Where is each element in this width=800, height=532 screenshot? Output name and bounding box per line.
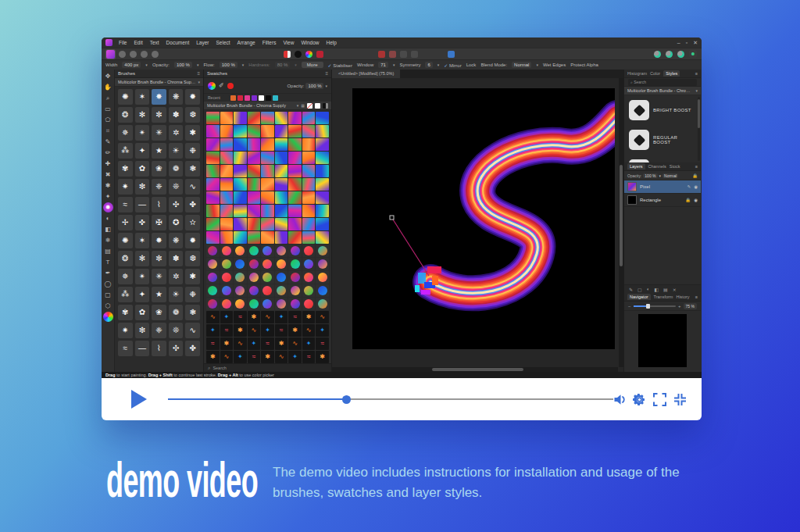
texture-swatch[interactable] (302, 125, 316, 137)
scribble-swatch[interactable]: ∿ (234, 337, 247, 350)
tool-icon[interactable]: ✥ (103, 71, 113, 81)
brush-thumbnail[interactable]: ✿ (135, 305, 150, 320)
context-value[interactable]: 100 % (174, 62, 192, 68)
navigator-tab-transform[interactable]: Transform (654, 295, 673, 299)
texture-swatch[interactable] (206, 205, 220, 217)
gradient-swatch[interactable] (275, 284, 288, 297)
texture-swatch[interactable] (234, 178, 247, 191)
menu-view[interactable]: View (283, 40, 294, 45)
texture-swatch[interactable] (206, 231, 220, 244)
recent-swatch[interactable] (266, 95, 271, 101)
texture-swatch[interactable] (261, 205, 274, 217)
navigator-tab-navigator[interactable]: Navigator (627, 294, 651, 300)
gradient-swatch[interactable] (316, 271, 329, 284)
gradient-swatch[interactable] (275, 271, 288, 284)
scribble-swatch[interactable]: ✱ (248, 311, 261, 323)
brushes-tab[interactable]: Brushes (118, 71, 135, 76)
brush-thumbnail[interactable]: ✣ (169, 341, 184, 356)
brush-thumbnail[interactable]: ✲ (169, 269, 184, 284)
texture-swatch[interactable] (316, 231, 329, 244)
brush-thumbnail[interactable]: ✤ (185, 341, 200, 356)
texture-swatch[interactable] (220, 205, 234, 217)
grid-view-icon[interactable]: ▦ (301, 103, 305, 108)
brush-thumbnail[interactable]: ❀ (152, 161, 166, 177)
brush-thumbnail[interactable]: ❇ (135, 179, 150, 195)
brush-thumbnail[interactable]: ✳ (152, 125, 166, 141)
brush-thumbnail[interactable]: ∿ (185, 323, 200, 338)
scribble-swatch[interactable]: ✱ (316, 351, 329, 363)
brush-thumbnail[interactable]: — (135, 341, 150, 356)
brush-thumbnail[interactable]: ❂ (118, 251, 133, 266)
play-button[interactable] (131, 390, 147, 409)
tool-icon[interactable]: ✏ (103, 148, 113, 158)
tool-icon[interactable]: ✱ (103, 180, 113, 191)
tool-icon[interactable]: ❄ (103, 235, 113, 245)
auto-contrast-icon[interactable] (666, 51, 673, 58)
texture-swatch[interactable] (261, 191, 274, 204)
gradient-swatch[interactable] (234, 258, 247, 270)
texture-swatch[interactable] (248, 231, 261, 244)
texture-swatch[interactable] (234, 205, 247, 217)
texture-swatch[interactable] (220, 138, 234, 151)
menu-arrange[interactable]: Arrange (238, 40, 255, 45)
brush-thumbnail[interactable]: ✫ (185, 215, 200, 230)
style-item[interactable]: REGULAR BOOST (624, 125, 701, 155)
scribble-swatch[interactable]: ≈ (302, 351, 316, 363)
scribble-swatch[interactable]: ✦ (234, 351, 247, 363)
brush-thumbnail[interactable]: ✣ (169, 197, 184, 212)
scribble-swatch[interactable]: ✱ (302, 311, 316, 323)
gradient-swatch[interactable] (288, 284, 302, 297)
gradient-swatch[interactable] (206, 258, 220, 270)
brush-thumbnail[interactable]: ✸ (152, 233, 166, 248)
texture-swatch[interactable] (261, 231, 274, 244)
texture-swatch[interactable] (206, 218, 220, 230)
context-value[interactable]: 80 % (275, 62, 291, 68)
texture-swatch[interactable] (234, 218, 247, 230)
auto-levels-icon[interactable] (654, 51, 661, 58)
context-value[interactable]: 6 (425, 62, 432, 68)
swatch-category-dropdown[interactable]: Multicolor Brush Bundle - Chroma Supply … (204, 102, 331, 110)
delete-icon[interactable]: ⨯ (673, 287, 677, 292)
exit-fullscreen-icon[interactable] (673, 393, 687, 406)
brush-thumbnail[interactable]: ☀ (169, 143, 184, 159)
brush-thumbnail[interactable]: ☀ (169, 287, 184, 302)
brush-thumbnail[interactable]: ✠ (152, 215, 166, 230)
texture-swatch[interactable] (275, 138, 288, 151)
brush-thumbnail[interactable]: ❊ (169, 179, 184, 195)
texture-swatch[interactable] (288, 191, 302, 204)
gradient-swatch[interactable] (261, 271, 274, 284)
texture-swatch[interactable] (220, 178, 234, 191)
gradient-swatch[interactable] (261, 284, 274, 297)
gradient-swatch[interactable] (288, 271, 302, 284)
photo-persona-icon[interactable] (106, 50, 115, 59)
brush-thumbnail[interactable]: ❊ (169, 323, 184, 338)
brush-thumbnail[interactable]: ≈ (118, 197, 133, 212)
brush-thumbnail[interactable]: ✹ (185, 89, 200, 105)
brush-thumbnail[interactable]: ✹ (185, 233, 200, 248)
menu-filters[interactable]: Filters (262, 40, 277, 45)
brush-thumbnail[interactable]: ⁂ (118, 287, 133, 302)
scribble-swatch[interactable]: ✦ (275, 311, 288, 323)
cut-icon[interactable] (378, 51, 385, 58)
scribble-swatch[interactable]: ∿ (302, 324, 316, 337)
texture-swatch[interactable] (302, 112, 316, 124)
brush-thumbnail[interactable]: ❂ (118, 107, 133, 123)
texture-swatch[interactable] (234, 112, 247, 124)
opacity-value[interactable]: 100 % (305, 83, 323, 89)
scribble-swatch[interactable]: ∿ (206, 311, 220, 323)
scribble-swatch[interactable]: ✦ (302, 337, 316, 350)
color-chip-icon[interactable] (284, 51, 291, 58)
gradient-swatch[interactable] (220, 284, 234, 297)
gradient-swatch[interactable] (288, 298, 302, 310)
scribble-swatch[interactable]: ≈ (220, 324, 234, 337)
brush-thumbnail[interactable]: ✱ (185, 269, 200, 284)
close-button[interactable]: ✕ (693, 40, 698, 45)
gradient-swatch[interactable] (302, 245, 316, 257)
gradient-swatch[interactable] (206, 284, 220, 297)
texture-swatch[interactable] (234, 231, 247, 244)
brush-thumbnail[interactable]: ✦ (135, 143, 150, 159)
eyedropper-icon[interactable]: ✐ (219, 82, 224, 89)
navigator-preview[interactable] (624, 311, 701, 372)
document-tab[interactable]: <Untitled> [Modified] (75.0%) (332, 70, 400, 78)
gradient-swatch[interactable] (248, 271, 261, 284)
